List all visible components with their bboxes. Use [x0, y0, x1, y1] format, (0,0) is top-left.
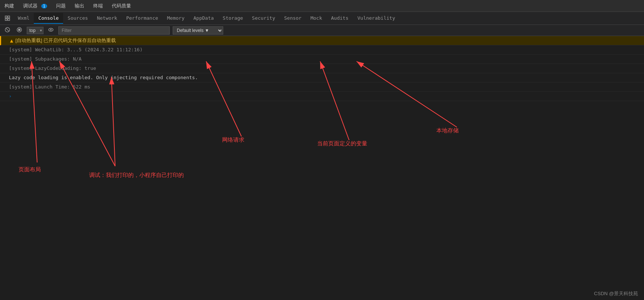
- console-row-system-3: [system] LazyCodeLoading: true: [0, 64, 644, 73]
- svg-rect-3: [8, 19, 10, 20]
- console-row-expandable[interactable]: ›: [0, 92, 644, 101]
- scope-wrapper: top: [27, 27, 43, 34]
- info-text-1: Lazy code loading is enabled. Only injec…: [9, 74, 198, 81]
- tab-network[interactable]: Network: [92, 13, 122, 24]
- tab-audits[interactable]: Audits: [326, 13, 353, 24]
- system-text-1: [system] WeChatLib: 3...5 (2024.3.22 11:…: [9, 46, 143, 54]
- system-text-4: [system] Launch Time: 522 ms: [9, 83, 90, 91]
- menu-build[interactable]: 构建: [3, 2, 16, 10]
- svg-point-9: [50, 29, 52, 30]
- system-text-2: [system] Subpackages: N/A: [9, 55, 82, 63]
- menu-debugger[interactable]: 调试器 1: [22, 2, 49, 10]
- console-row-info-1: Lazy code loading is enabled. Only injec…: [0, 73, 644, 83]
- warning-icon: ▲: [10, 37, 13, 44]
- inspector-icon[interactable]: [1, 15, 13, 21]
- stop-button[interactable]: [15, 26, 24, 35]
- clear-console-button[interactable]: [3, 26, 12, 35]
- eye-button[interactable]: [46, 26, 55, 35]
- menu-codequality[interactable]: 代码质量: [110, 2, 133, 10]
- svg-rect-1: [8, 16, 10, 18]
- tab-mock[interactable]: Mock: [306, 13, 326, 24]
- tab-sources[interactable]: Sources: [63, 13, 92, 24]
- levels-wrapper: Default levels ▼: [173, 26, 223, 35]
- svg-rect-2: [5, 19, 7, 20]
- tab-storage[interactable]: Storage: [218, 13, 248, 24]
- tab-performance[interactable]: Performance: [122, 13, 163, 24]
- console-row-system-1: [system] WeChatLib: 3...5 (2024.3.22 11:…: [0, 45, 644, 55]
- svg-line-5: [6, 28, 9, 31]
- filter-input[interactable]: [58, 26, 170, 35]
- system-text-3: [system] LazyCodeLoading: true: [9, 65, 96, 72]
- svg-rect-7: [18, 29, 20, 31]
- menu-terminal[interactable]: 终端: [92, 2, 104, 10]
- console-toolbar: top Default levels ▼: [0, 25, 644, 36]
- tab-sensor[interactable]: Sensor: [280, 13, 306, 24]
- watermark: CSDN @景天科技苑: [594, 290, 638, 297]
- menu-output[interactable]: 输出: [73, 2, 86, 10]
- console-row-warning: ▲ [自动热重载] 已开启代码文件保存后自动热重载: [0, 36, 644, 45]
- tab-wxml[interactable]: Wxml: [13, 13, 34, 24]
- tab-security[interactable]: Security: [247, 13, 280, 24]
- tab-appdata[interactable]: AppData: [189, 13, 218, 24]
- scope-select[interactable]: top: [27, 27, 43, 34]
- expand-arrow-icon: ›: [9, 93, 12, 100]
- svg-rect-0: [5, 16, 7, 18]
- tab-vulnerability[interactable]: Vulnerability: [353, 13, 400, 24]
- top-menubar: 构建 调试器 1 问题 输出 终端 代码质量: [0, 0, 644, 12]
- console-content: ▲ [自动热重载] 已开启代码文件保存后自动热重载 [system] WeCha…: [0, 36, 644, 300]
- debugger-badge: 1: [41, 4, 47, 9]
- menu-issues[interactable]: 问题: [55, 2, 67, 10]
- tab-memory[interactable]: Memory: [163, 13, 189, 24]
- tab-console[interactable]: Console: [34, 13, 63, 24]
- console-row-system-2: [system] Subpackages: N/A: [0, 55, 644, 64]
- main-area: ▲ [自动热重载] 已开启代码文件保存后自动热重载 [system] WeCha…: [0, 36, 644, 300]
- warning-text: [自动热重载] 已开启代码文件保存后自动热重载: [15, 37, 116, 44]
- console-row-system-4: [system] Launch Time: 522 ms: [0, 83, 644, 92]
- levels-select[interactable]: Default levels ▼: [173, 26, 223, 35]
- tabs-bar: Wxml Console Sources Network Performance…: [0, 12, 644, 25]
